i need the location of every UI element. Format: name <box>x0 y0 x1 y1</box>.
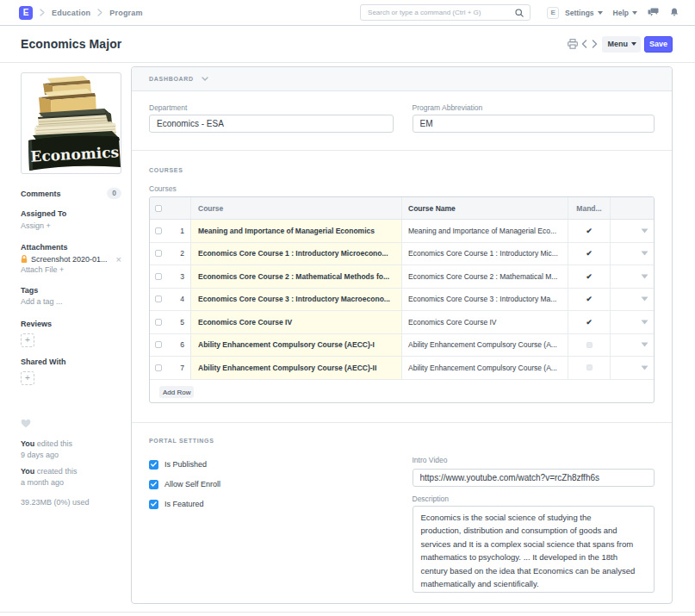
mandatory-check-icon: ✔ <box>586 295 592 303</box>
course-cell[interactable]: Ability Enhancement Compulsory Course (A… <box>191 357 402 379</box>
course-name-cell[interactable]: Economics Core Course 3 : Introductory M… <box>402 289 568 311</box>
dashboard-label: DASHBOARD <box>149 76 194 82</box>
print-icon[interactable] <box>568 39 578 49</box>
course-row[interactable]: 7Ability Enhancement Compulsory Course (… <box>150 357 654 380</box>
add-tag-action[interactable]: Add a tag ... <box>21 296 121 307</box>
activity-when: a month ago <box>21 477 121 488</box>
mandatory-unchecked-box <box>586 342 593 348</box>
breadcrumb-program[interactable]: Program <box>109 9 142 17</box>
mandatory-check-icon: ✔ <box>586 227 592 235</box>
breadcrumb-education[interactable]: Education <box>52 9 90 17</box>
portal-settings-label: PORTAL SETTINGS <box>149 438 655 445</box>
activity-who: You <box>21 439 34 448</box>
portal-checkbox-row[interactable]: Allow Self Enroll <box>149 480 394 489</box>
add-share-button[interactable]: + <box>21 371 34 385</box>
row-toggle[interactable] <box>611 311 654 333</box>
like-heart-icon[interactable] <box>21 419 121 428</box>
chevron-down-icon <box>202 77 208 81</box>
save-button[interactable]: Save <box>644 36 673 53</box>
attach-file-action[interactable]: Attach File + <box>21 264 121 275</box>
course-cell[interactable]: Economics Core Course IV <box>191 311 402 333</box>
department-input[interactable] <box>149 115 394 133</box>
row-toggle[interactable] <box>611 265 654 288</box>
course-name-cell[interactable]: Economics Core Course 2 : Mathematical M… <box>402 265 568 288</box>
mandatory-cell <box>568 334 611 357</box>
dashboard-section-toggle[interactable]: DASHBOARD <box>132 67 672 91</box>
row-checkbox[interactable] <box>155 250 162 257</box>
row-index: 7 <box>162 364 190 372</box>
activity-edited: You edited this 9 days ago <box>21 439 121 460</box>
row-toggle[interactable] <box>611 334 654 357</box>
next-icon[interactable] <box>592 40 598 48</box>
checkbox-checked[interactable] <box>149 460 158 470</box>
course-row[interactable]: 1Meaning and Importance of Managerial Ec… <box>150 220 654 243</box>
row-toggle[interactable] <box>611 220 654 242</box>
activity-action: created this <box>37 467 78 476</box>
row-checkbox[interactable] <box>155 341 162 348</box>
sidebar-comments[interactable]: Comments 0 <box>21 188 121 199</box>
help-menu[interactable]: Help <box>613 9 637 17</box>
menu-button[interactable]: Menu <box>602 36 641 53</box>
course-cell[interactable]: Economics Core Course 3 : Introductory M… <box>191 289 402 311</box>
user-avatar[interactable]: E <box>547 7 559 19</box>
course-name-cell[interactable]: Ability Enhancement Compulsory Course (A… <box>402 334 568 357</box>
checkbox-label: Allow Self Enroll <box>164 480 220 488</box>
add-review-button[interactable]: + <box>21 333 34 347</box>
mandatory-cell: ✔ <box>568 265 611 288</box>
assigned-to-label: Assigned To <box>21 208 121 219</box>
mandatory-check-icon: ✔ <box>586 272 592 281</box>
settings-menu[interactable]: Settings <box>565 9 603 17</box>
search-input[interactable] <box>368 9 515 16</box>
course-row[interactable]: 5Economics Core Course IVEconomics Core … <box>150 311 654 334</box>
description-textarea[interactable]: Economics is the social science of study… <box>413 506 655 593</box>
course-name-cell[interactable]: Ability Enhancement Compulsory Course (A… <box>402 357 568 379</box>
chevron-down-icon <box>641 342 648 347</box>
reviews-label: Reviews <box>21 319 121 329</box>
row-checkbox[interactable] <box>155 273 162 280</box>
row-toggle[interactable] <box>611 357 654 379</box>
course-row[interactable]: 3Economics Core Course 2 : Mathematical … <box>150 265 654 289</box>
caret-down-icon <box>631 42 636 46</box>
help-label: Help <box>613 9 629 17</box>
tags-label: Tags <box>21 285 121 296</box>
prev-icon[interactable] <box>581 40 587 48</box>
global-search[interactable] <box>360 4 531 21</box>
grid-footer: Add Row <box>150 380 654 402</box>
assign-action[interactable]: Assign + <box>21 221 121 231</box>
course-row[interactable]: 2Economics Core Course 1 : Introductory … <box>150 243 654 266</box>
row-checkbox[interactable] <box>155 296 162 302</box>
activity-who: You <box>21 467 34 476</box>
checkbox-checked[interactable] <box>149 480 158 489</box>
app-logo[interactable]: E <box>19 6 33 20</box>
course-name-cell[interactable]: Economics Core Course IV <box>402 311 568 333</box>
row-toggle[interactable] <box>611 243 654 265</box>
course-name-cell[interactable]: Meaning and Importance of Managerial Eco… <box>402 220 568 242</box>
program-image[interactable]: Economics <box>21 72 121 174</box>
attachment-item[interactable]: Screenshot 2020-01... × <box>21 254 121 264</box>
row-checkbox[interactable] <box>155 319 162 326</box>
chat-icon[interactable] <box>648 8 659 17</box>
mandatory-cell <box>568 357 611 379</box>
course-column-header: Course <box>191 197 402 219</box>
course-cell[interactable]: Meaning and Importance of Managerial Eco… <box>191 220 402 242</box>
intro-video-input[interactable] <box>413 469 655 487</box>
course-row[interactable]: 6Ability Enhancement Compulsory Course (… <box>150 334 654 358</box>
row-toggle[interactable] <box>611 289 654 311</box>
checkbox-checked[interactable] <box>149 500 158 509</box>
row-checkbox[interactable] <box>155 364 162 371</box>
remove-attachment-icon[interactable]: × <box>116 256 121 264</box>
portal-checkbox-row[interactable]: Is Featured <box>149 500 394 509</box>
select-all-checkbox[interactable] <box>155 205 162 212</box>
settings-label: Settings <box>565 9 594 17</box>
program-abbreviation-input[interactable] <box>413 115 655 133</box>
notifications-bell-icon[interactable] <box>670 8 679 17</box>
course-cell[interactable]: Economics Core Course 1 : Introductory M… <box>191 243 402 265</box>
add-row-button[interactable]: Add Row <box>159 386 194 398</box>
portal-checkbox-row[interactable]: Is Published <box>149 460 394 470</box>
course-row[interactable]: 4Economics Core Course 3 : Introductory … <box>150 289 654 312</box>
course-cell[interactable]: Ability Enhancement Compulsory Course (A… <box>191 334 402 357</box>
course-cell[interactable]: Economics Core Course 2 : Mathematical M… <box>191 265 402 288</box>
course-name-cell[interactable]: Economics Core Course 1 : Introductory M… <box>402 243 568 265</box>
attachment-name[interactable]: Screenshot 2020-01... <box>31 254 113 264</box>
row-checkbox[interactable] <box>155 227 162 234</box>
